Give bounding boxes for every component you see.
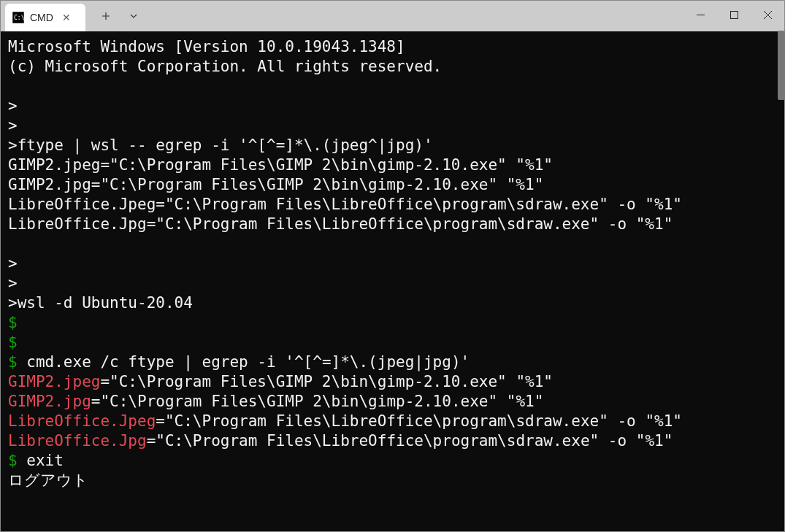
terminal-line: (c) Microsoft Corporation. All rights re… [8, 57, 777, 77]
scrollbar-thumb[interactable] [778, 31, 785, 100]
wsl-output: GIMP2.jpg="C:\Program Files\GIMP 2\bin\g… [8, 392, 777, 412]
match-val: ="C:\Program Files\GIMP 2\bin\gimp-2.10.… [91, 393, 544, 410]
terminal-output[interactable]: Microsoft Windows [Version 10.0.19043.13… [1, 31, 784, 532]
minimize-button[interactable] [683, 1, 717, 28]
cmd-output: LibreOffice.Jpeg="C:\Program Files\Libre… [8, 195, 777, 215]
new-tab-button[interactable] [94, 4, 118, 28]
match-val: ="C:\Program Files\LibreOffice\program\s… [156, 412, 682, 430]
maximize-button[interactable] [717, 1, 751, 28]
cmd-prompt: > [8, 254, 777, 274]
wsl-prompt: $ [8, 313, 777, 333]
tab-close-button[interactable]: ✕ [59, 12, 74, 23]
wsl-prompt: $ [8, 452, 26, 469]
match-val: ="C:\Program Files\GIMP 2\bin\gimp-2.10.… [100, 373, 553, 390]
terminal-line [8, 234, 777, 254]
titlebar-tab-controls [94, 1, 145, 31]
match-key: LibreOffice.Jpeg [8, 412, 156, 430]
tab-dropdown-button[interactable] [122, 4, 145, 28]
cmd-prompt: > [8, 274, 777, 293]
wsl-output: GIMP2.jpeg="C:\Program Files\GIMP 2\bin\… [8, 372, 777, 392]
svg-text:C:\: C:\ [14, 15, 24, 21]
wsl-command-line: $ cmd.exe /c ftype | egrep -i '^[^=]*\.(… [8, 352, 777, 372]
cmd-output: LibreOffice.Jpg="C:\Program Files\LibreO… [8, 215, 777, 234]
wsl-prompt: $ [8, 333, 777, 352]
cmd-command: >ftype | wsl -- egrep -i '^[^=]*\.(jpeg^… [8, 136, 777, 155]
match-key: GIMP2.jpeg [8, 373, 100, 390]
cmd-command: >wsl -d Ubuntu-20.04 [8, 293, 777, 313]
cmd-output: GIMP2.jpeg="C:\Program Files\GIMP 2\bin\… [8, 155, 777, 175]
wsl-command: cmd.exe /c ftype | egrep -i '^[^=]*\.(jp… [26, 353, 470, 371]
cmd-prompt: > [8, 96, 777, 116]
logout-message: ログアウト [8, 471, 777, 490]
wsl-command-line: $ exit [8, 451, 777, 471]
wsl-prompt: $ [8, 353, 26, 371]
match-key: LibreOffice.Jpg [8, 432, 147, 450]
wsl-command: exit [26, 452, 64, 469]
wsl-output: LibreOffice.Jpeg="C:\Program Files\Libre… [8, 412, 777, 431]
cmd-icon: C:\ [12, 12, 24, 23]
wsl-output: LibreOffice.Jpg="C:\Program Files\LibreO… [8, 431, 777, 451]
close-button[interactable] [751, 1, 784, 28]
tab-title: CMD [30, 12, 53, 23]
terminal-line [8, 77, 777, 96]
titlebar: C:\ CMD ✕ [1, 1, 784, 31]
match-key: GIMP2.jpg [8, 393, 91, 410]
terminal-line: Microsoft Windows [Version 10.0.19043.13… [8, 37, 777, 57]
match-val: ="C:\Program Files\LibreOffice\program\s… [147, 432, 673, 450]
svg-rect-2 [730, 11, 738, 18]
cmd-output: GIMP2.jpg="C:\Program Files\GIMP 2\bin\g… [8, 175, 777, 195]
window-controls [683, 1, 784, 28]
tab-cmd[interactable]: C:\ CMD ✕ [5, 4, 85, 31]
cmd-prompt: > [8, 116, 777, 136]
